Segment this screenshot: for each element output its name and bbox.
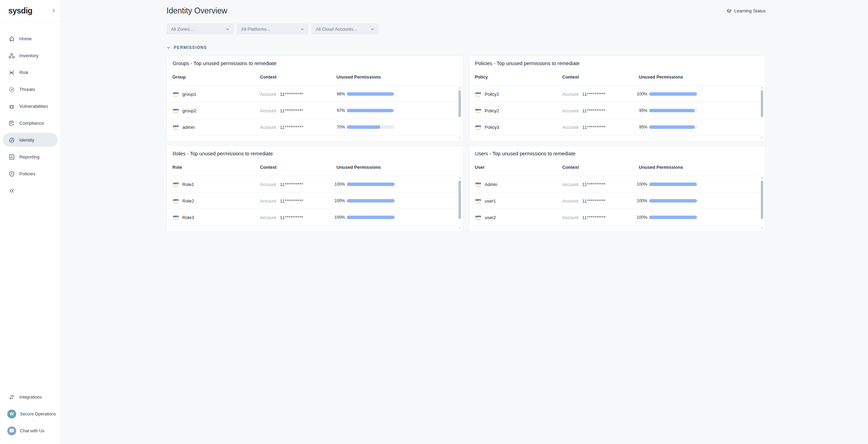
sidebar-item-label: Inventory bbox=[19, 53, 39, 58]
unused-permissions-bar bbox=[347, 92, 395, 96]
context-type: Account bbox=[260, 198, 276, 203]
table-row[interactable]: aws Admin Account 11********** 100% bbox=[469, 176, 759, 193]
table-row[interactable]: aws user2 Account 11********** 100% bbox=[469, 209, 759, 226]
context-type: Account bbox=[562, 124, 578, 130]
scroll-down-icon[interactable]: ▼ bbox=[760, 227, 764, 229]
table-row[interactable]: aws Policy2 Account 11********** 95% bbox=[469, 102, 759, 119]
chat-icon bbox=[7, 426, 16, 435]
context-type: Account bbox=[260, 215, 276, 220]
sidebar-item-label: Compliance bbox=[19, 121, 44, 126]
sidebar-item-label: Home bbox=[19, 36, 32, 41]
column-header: Unused Permissions bbox=[336, 165, 381, 170]
card-title: Users - Top unused permissions to remedi… bbox=[475, 151, 575, 156]
table-row[interactable]: aws Policy3 Account 11********** 95% bbox=[469, 119, 759, 135]
table-row[interactable]: aws Role2 Account 11********** 100% bbox=[167, 193, 457, 209]
zones-filter[interactable]: All Zones... bbox=[166, 23, 234, 34]
shield-plus-icon bbox=[9, 171, 15, 177]
table-row[interactable]: aws admin Account 11********** 70% bbox=[167, 119, 457, 135]
learning-status-button[interactable]: Learning Status bbox=[726, 8, 766, 13]
learning-status-label: Learning Status bbox=[734, 8, 766, 13]
unused-permissions-pct: 100% bbox=[332, 198, 345, 203]
sidebar-item-inventory[interactable]: Inventory bbox=[0, 47, 61, 64]
sidebar-item-label: Risk bbox=[19, 70, 28, 75]
table-row[interactable]: aws Policy1 Account 11********** 100% bbox=[469, 86, 759, 102]
unused-permissions-pct: 98% bbox=[332, 92, 345, 96]
scroll-up-icon[interactable]: ▲ bbox=[760, 86, 764, 89]
entity-name: Policy3 bbox=[485, 124, 499, 130]
table-body: aws Admin Account 11********** 100% aws … bbox=[469, 176, 759, 226]
table-row[interactable]: aws Role1 Account 11********** 100% bbox=[167, 176, 457, 193]
scroll-down-icon[interactable]: ▼ bbox=[458, 227, 462, 229]
scrollbar-thumb[interactable] bbox=[458, 180, 461, 219]
cloud-accounts-filter-value: All Cloud Accounts... bbox=[316, 27, 357, 32]
scroll-up-icon[interactable]: ▲ bbox=[458, 86, 462, 89]
aws-icon: aws bbox=[475, 182, 482, 187]
entity-name: Policy2 bbox=[485, 108, 499, 113]
scroll-down-icon[interactable]: ▼ bbox=[458, 136, 462, 139]
sidebar-collapse-button[interactable] bbox=[0, 182, 61, 199]
table-header: User Context Unused Permissions bbox=[469, 165, 765, 174]
context-id: 11********** bbox=[280, 198, 303, 203]
column-header: Role bbox=[172, 165, 182, 170]
column-header: Context bbox=[562, 165, 579, 170]
column-header: User bbox=[475, 165, 485, 170]
scroll-up-icon[interactable]: ▲ bbox=[760, 176, 764, 179]
unused-permissions-pct: 97% bbox=[332, 108, 345, 113]
sidebar-item-compliance[interactable]: Compliance bbox=[0, 115, 61, 132]
sidebar-item-policies[interactable]: Policies bbox=[0, 165, 61, 182]
context-id: 11********** bbox=[280, 182, 303, 187]
inventory-icon bbox=[9, 53, 15, 59]
bug-icon bbox=[9, 103, 15, 110]
table-row[interactable]: aws user1 Account 11********** 100% bbox=[469, 193, 759, 209]
sidebar-bottom: Integrations W Secure Operations Chat wi… bbox=[0, 389, 61, 439]
scrollbar-thumb[interactable] bbox=[761, 90, 763, 117]
table-row[interactable]: aws group2 Account 11********** 97% bbox=[167, 102, 457, 119]
users-card: Users - Top unused permissions to remedi… bbox=[469, 146, 766, 232]
context-id: 11********** bbox=[582, 215, 606, 220]
table-row[interactable]: aws group1 Account 11********** 98% bbox=[167, 86, 457, 102]
sidebar-item-reporting[interactable]: Reporting bbox=[0, 148, 61, 165]
groups-card: Groups - Top unused permissions to remed… bbox=[166, 55, 463, 142]
scrollbar-thumb[interactable] bbox=[458, 90, 461, 117]
context-type: Account bbox=[562, 108, 578, 113]
card-scrollbar[interactable]: ▲ ▼ bbox=[458, 176, 462, 229]
scroll-up-icon[interactable]: ▲ bbox=[458, 176, 462, 179]
sidebar-item-threats[interactable]: Threats bbox=[0, 81, 61, 98]
table-row[interactable]: aws Role3 Account 11********** 100% bbox=[167, 209, 457, 226]
platforms-filter-value: All Platforms... bbox=[241, 27, 270, 32]
main-content: Identity Overview Learning Status All Zo… bbox=[61, 0, 868, 444]
aws-icon: aws bbox=[172, 215, 179, 220]
entity-name: user1 bbox=[485, 198, 496, 203]
column-header: Unused Permissions bbox=[336, 74, 381, 80]
sysdig-logo: sysdig bbox=[8, 6, 32, 16]
entity-name: Role3 bbox=[182, 215, 194, 220]
context-id: 11********** bbox=[582, 182, 606, 187]
table-header: Policy Context Unused Permissions bbox=[469, 74, 765, 83]
zones-filter-value: All Zones... bbox=[171, 27, 193, 32]
sidebar-item-vulnerabilities[interactable]: Vulnerabilities bbox=[0, 98, 61, 115]
sidebar-item-home[interactable]: Home bbox=[0, 30, 61, 47]
card-scrollbar[interactable]: ▲ ▼ bbox=[458, 86, 462, 139]
chevron-down-icon bbox=[300, 27, 304, 31]
sidebar-item-integrations[interactable]: Integrations bbox=[0, 389, 61, 405]
column-header: Policy bbox=[475, 74, 488, 80]
sidebar-expand-button[interactable] bbox=[52, 9, 56, 13]
card-scrollbar[interactable]: ▲ ▼ bbox=[760, 176, 764, 229]
context-id: 11********** bbox=[582, 124, 606, 130]
sidebar-item-account[interactable]: W Secure Operations bbox=[0, 405, 61, 422]
scroll-down-icon[interactable]: ▼ bbox=[760, 136, 764, 139]
sidebar-item-risk[interactable]: Risk bbox=[0, 64, 61, 81]
platforms-filter[interactable]: All Platforms... bbox=[237, 23, 309, 34]
entity-name: Role1 bbox=[182, 182, 194, 187]
card-scrollbar[interactable]: ▲ ▼ bbox=[760, 86, 764, 139]
sidebar-item-chat[interactable]: Chat with Us bbox=[0, 422, 61, 439]
graduation-cap-icon bbox=[726, 9, 732, 13]
column-header: Unused Permissions bbox=[639, 165, 683, 170]
unused-permissions-pct: 95% bbox=[634, 125, 647, 130]
cloud-accounts-filter[interactable]: All Cloud Accounts... bbox=[311, 23, 379, 34]
sidebar-item-identity[interactable]: Identity bbox=[0, 132, 61, 148]
scrollbar-thumb[interactable] bbox=[761, 180, 763, 219]
collapse-icon bbox=[9, 188, 15, 194]
context-type: Account bbox=[562, 91, 578, 96]
permissions-section-toggle[interactable]: PERMISSIONS bbox=[166, 45, 766, 50]
